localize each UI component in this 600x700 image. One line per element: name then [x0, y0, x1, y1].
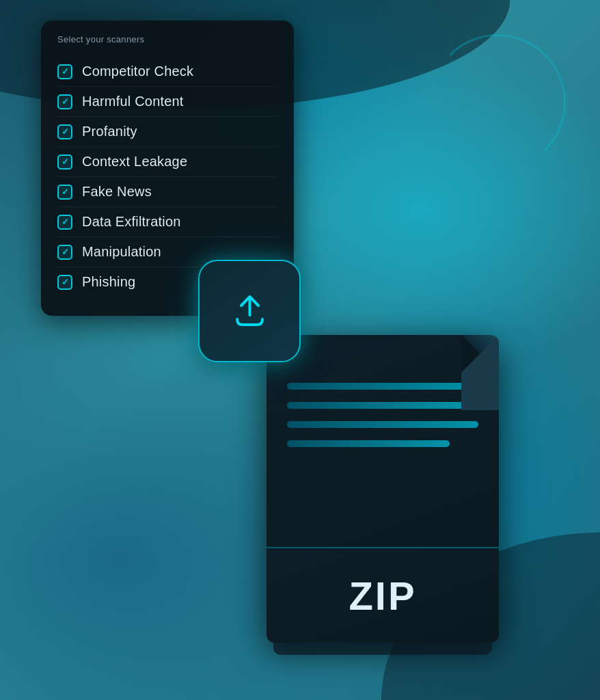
scanner-item-harmful-content[interactable]: Harmful Content — [57, 87, 277, 117]
file-line-4 — [287, 440, 450, 447]
scanner-label-fake-news: Fake News — [82, 184, 152, 200]
scanner-label-manipulation: Manipulation — [82, 244, 161, 260]
scanner-label-competitor-check: Competitor Check — [82, 64, 193, 79]
checkbox-profanity[interactable] — [57, 124, 72, 139]
scanner-label-harmful-content: Harmful Content — [82, 94, 184, 109]
checkbox-fake-news[interactable] — [57, 185, 72, 200]
file-lines — [287, 383, 478, 447]
scanner-label-context-leakage: Context Leakage — [82, 154, 187, 170]
file-zip-section: ZIP — [267, 547, 499, 643]
checkbox-data-exfiltration[interactable] — [57, 215, 72, 230]
scanner-item-profanity[interactable]: Profanity — [57, 117, 277, 147]
scanner-item-data-exfiltration[interactable]: Data Exfiltration — [57, 207, 277, 237]
scanner-item-context-leakage[interactable]: Context Leakage — [57, 147, 277, 177]
checkbox-context-leakage[interactable] — [57, 154, 72, 170]
scanner-item-fake-news[interactable]: Fake News — [57, 177, 277, 207]
checkbox-manipulation[interactable] — [57, 245, 72, 260]
checkbox-competitor-check[interactable] — [57, 64, 72, 79]
scanner-item-competitor-check[interactable]: Competitor Check — [57, 57, 277, 87]
scanner-label-data-exfiltration: Data Exfiltration — [82, 214, 181, 230]
panel-title: Select your scanners — [57, 34, 277, 44]
checkbox-phishing[interactable] — [57, 275, 72, 290]
file-document: ZIP — [267, 335, 499, 643]
checkbox-harmful-content[interactable] — [57, 94, 72, 109]
upload-button[interactable] — [198, 260, 301, 362]
file-line-3 — [287, 421, 478, 428]
upload-icon — [228, 289, 272, 334]
scanner-label-profanity: Profanity — [82, 124, 137, 139]
file-bottom-shadow — [273, 643, 492, 655]
scanner-label-phishing: Phishing — [82, 274, 135, 290]
file-line-2 — [287, 402, 463, 409]
file-line-1 — [287, 383, 478, 390]
zip-label: ZIP — [349, 573, 416, 619]
